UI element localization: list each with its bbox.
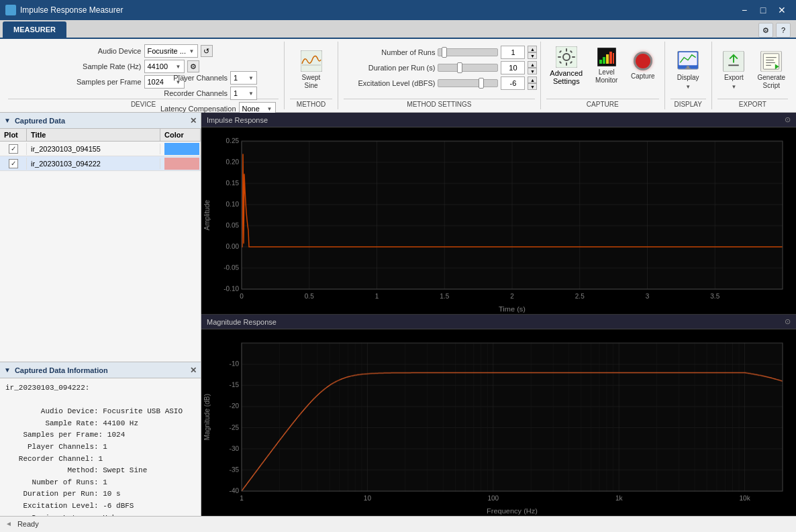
- svg-rect-6: [558, 56, 561, 58]
- svg-rect-17: [613, 53, 614, 64]
- impulse-response-options[interactable]: ⊙: [785, 115, 791, 124]
- duration-up[interactable]: ▲: [528, 61, 537, 68]
- status-left: ◄: [5, 520, 12, 527]
- capture-button[interactable]: Capture: [626, 43, 660, 89]
- plot-checkbox-2[interactable]: [0, 158, 27, 170]
- ribbon-group-device: Audio Device Focusrite ... ▼ ↺ Sample Ra…: [3, 42, 285, 109]
- duration-down[interactable]: ▼: [528, 68, 537, 74]
- maximize-button[interactable]: □: [754, 3, 772, 17]
- recorder-channels-combo[interactable]: 1 ▼: [230, 87, 257, 100]
- captured-data-table: Plot Title Color ir_20230103_094155: [0, 129, 201, 171]
- audio-device-combo[interactable]: Focusrite ... ▼: [144, 44, 198, 58]
- magnitude-response-chart: Magnitude Response ⊙: [201, 314, 796, 516]
- display-label: Display: [677, 74, 699, 82]
- magnitude-response-options[interactable]: ⊙: [785, 317, 791, 326]
- duration-value[interactable]: 10: [501, 61, 525, 74]
- duration-slider[interactable]: [438, 64, 498, 72]
- title-bar: Impulse Response Measurer − □ ✕: [0, 0, 796, 20]
- export-button[interactable]: Export ▼: [716, 48, 751, 93]
- method-settings-group-label: METHOD SETTINGS: [344, 99, 535, 108]
- capture-label: Capture: [631, 72, 655, 81]
- captured-data-info-close[interactable]: ✕: [190, 366, 197, 375]
- export-label: Export: [724, 74, 744, 82]
- excitation-value[interactable]: -6: [501, 76, 525, 90]
- num-runs-up[interactable]: ▲: [528, 46, 537, 52]
- excitation-thumb[interactable]: [479, 78, 484, 89]
- ribbon-group-export: Export ▼ Generate Script EXPORT: [712, 42, 793, 109]
- num-runs-down[interactable]: ▼: [528, 52, 537, 59]
- advanced-settings-icon: [556, 46, 577, 68]
- export-group-label: EXPORT: [717, 99, 788, 108]
- num-runs-thumb[interactable]: [442, 47, 447, 58]
- duration-row: Duration per Run (s) 10 ▲ ▼: [341, 61, 537, 74]
- minimize-button[interactable]: −: [736, 3, 753, 17]
- player-channels-combo[interactable]: 1 ▼: [230, 71, 257, 85]
- left-spacer: [0, 171, 201, 362]
- checkbox-2[interactable]: [9, 159, 18, 168]
- excitation-spinner[interactable]: ▲ ▼: [528, 76, 537, 90]
- excitation-slider[interactable]: [438, 79, 498, 87]
- latency-comp-label: Latency Compensation: [160, 105, 236, 113]
- captured-data-info-expand[interactable]: ▼: [4, 366, 11, 374]
- num-runs-value[interactable]: 1: [501, 46, 525, 59]
- num-runs-row: Number of Runs 1 ▲ ▼: [341, 46, 537, 59]
- magnitude-canvas: [201, 315, 796, 516]
- scroll-left-indicator[interactable]: ◄: [5, 520, 12, 527]
- status-text: Ready: [17, 520, 791, 528]
- excitation-up[interactable]: ▲: [528, 76, 537, 83]
- svg-rect-13: [599, 60, 602, 64]
- generate-script-button[interactable]: Generate Script: [754, 48, 789, 93]
- duration-thumb[interactable]: [457, 62, 462, 73]
- ribbon-group-method: Swept Sine METHOD: [285, 42, 338, 109]
- advanced-settings-button[interactable]: Advanced Settings: [545, 43, 588, 89]
- col-header-title: Title: [27, 129, 160, 141]
- level-monitor-button[interactable]: Level Monitor: [591, 43, 623, 89]
- plot-checkbox-1[interactable]: [0, 143, 27, 155]
- svg-rect-7: [572, 56, 575, 58]
- color-cell-2[interactable]: [160, 156, 201, 170]
- tab-measurer[interactable]: MEASURER: [3, 21, 66, 38]
- capture-group-label: CAPTURE: [546, 99, 659, 108]
- advanced-settings-label: Advanced Settings: [550, 69, 583, 85]
- num-runs-spinner[interactable]: ▲ ▼: [528, 46, 537, 59]
- right-panel: Impulse Response ⊙ Magnitude Response ⊙: [201, 113, 796, 516]
- status-bar: ◄ Ready: [0, 516, 796, 531]
- col-header-color: Color: [160, 129, 201, 141]
- num-runs-label: Number of Runs: [341, 48, 435, 56]
- excitation-label: Excitation Level (dBFS): [341, 79, 435, 87]
- captured-data-info-header: ▼ Captured Data Information ✕: [0, 362, 201, 378]
- duration-label: Duration per Run (s): [341, 64, 435, 72]
- captured-data-info-section: ▼ Captured Data Information ✕ ir_2023010…: [0, 362, 201, 516]
- excitation-down[interactable]: ▼: [528, 83, 537, 90]
- impulse-canvas: [201, 113, 796, 314]
- impulse-response-title: Impulse Response: [207, 116, 268, 124]
- left-panel: ▼ Captured Data ✕ Plot Title Color ir_20…: [0, 113, 201, 516]
- svg-rect-14: [603, 57, 605, 64]
- num-runs-slider[interactable]: [438, 48, 498, 56]
- generate-script-icon: [760, 51, 782, 72]
- duration-spinner[interactable]: ▲ ▼: [528, 61, 537, 74]
- color-cell-1[interactable]: [160, 142, 201, 156]
- export-icon: [723, 51, 744, 72]
- level-monitor-label: Level Monitor: [595, 68, 617, 85]
- settings-icon-tab[interactable]: ⚙: [758, 23, 773, 38]
- title-cell-1: ir_20230103_094155: [27, 144, 160, 154]
- display-button[interactable]: Display ▼: [670, 48, 705, 93]
- info-panel: ir_20230103_094222: Audio Device: Focusr…: [0, 378, 201, 516]
- svg-rect-21: [687, 66, 689, 68]
- info-content: ir_20230103_094222: Audio Device: Focusr…: [0, 378, 201, 516]
- svg-rect-4: [566, 48, 567, 52]
- close-button[interactable]: ✕: [773, 3, 791, 17]
- captured-data-title: Captured Data: [15, 117, 65, 125]
- audio-device-row: Audio Device Focusrite ... ▼ ↺: [74, 44, 213, 58]
- checkbox-1[interactable]: [9, 144, 18, 154]
- export-arrow: ▼: [731, 84, 736, 90]
- swept-sine-icon: [301, 50, 322, 72]
- audio-device-refresh[interactable]: ↺: [201, 45, 213, 57]
- ribbon-group-capture: Advanced Settings Level Monitor Capture: [541, 42, 665, 109]
- swept-sine-button[interactable]: Swept Sine: [291, 47, 332, 94]
- captured-data-close[interactable]: ✕: [190, 116, 197, 125]
- generate-script-label: Generate Script: [757, 74, 785, 90]
- help-icon-tab[interactable]: ?: [776, 23, 791, 38]
- captured-data-expand[interactable]: ▼: [4, 117, 11, 124]
